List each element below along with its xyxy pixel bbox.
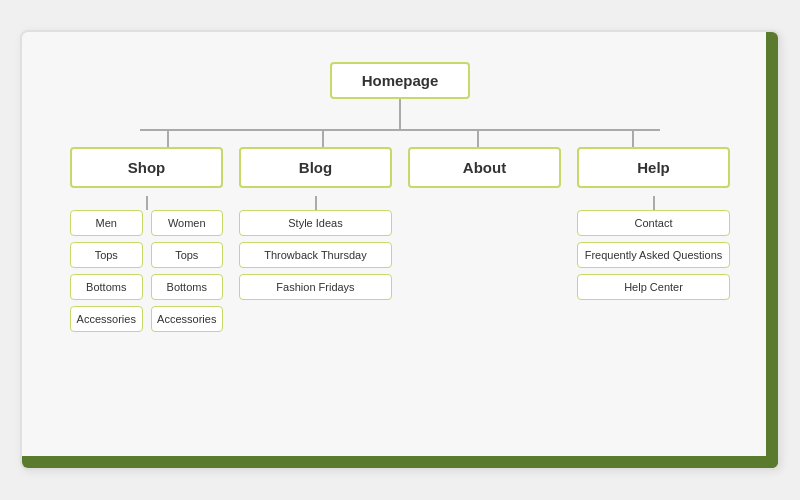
blog-sub-connector [315, 196, 317, 210]
help-branch-connector [632, 131, 634, 147]
women-item[interactable]: Women [151, 210, 224, 236]
contact-item[interactable]: Contact [577, 210, 730, 236]
shop-sub-connector [146, 196, 148, 210]
women-bottoms-item[interactable]: Bottoms [151, 274, 224, 300]
shop-sub: Men Tops Bottoms Accessories Women Tops … [70, 210, 223, 332]
help-sub-connector [653, 196, 655, 210]
homepage-connector [399, 99, 401, 129]
blog-sub-col: Style Ideas Throwback Thursday Fashion F… [239, 196, 392, 332]
help-center-item[interactable]: Help Center [577, 274, 730, 300]
men-bottoms-item[interactable]: Bottoms [70, 274, 143, 300]
about-branch-connector [477, 131, 479, 147]
sections-row: Shop Blog About Help [70, 147, 730, 188]
women-col: Women Tops Bottoms Accessories [151, 210, 224, 332]
homepage-label: Homepage [362, 72, 439, 89]
about-node[interactable]: About [408, 147, 561, 188]
shop-branch-connector [167, 131, 169, 147]
men-col: Men Tops Bottoms Accessories [70, 210, 143, 332]
shop-sub-col: Men Tops Bottoms Accessories Women Tops … [70, 196, 223, 332]
style-ideas-item[interactable]: Style Ideas [239, 210, 392, 236]
help-sub: Contact Frequently Asked Questions Help … [577, 210, 730, 300]
men-accessories-item[interactable]: Accessories [70, 306, 143, 332]
men-item[interactable]: Men [70, 210, 143, 236]
women-accessories-item[interactable]: Accessories [151, 306, 224, 332]
about-label: About [463, 159, 506, 176]
shop-label: Shop [128, 159, 166, 176]
faq-item[interactable]: Frequently Asked Questions [577, 242, 730, 268]
help-label: Help [637, 159, 670, 176]
branches-row [90, 131, 710, 147]
site-map-card: Homepage Shop Blog About [20, 30, 780, 470]
green-right-bar [766, 32, 778, 468]
blog-sub: Style Ideas Throwback Thursday Fashion F… [239, 210, 392, 300]
men-tops-item[interactable]: Tops [70, 242, 143, 268]
site-tree: Homepage Shop Blog About [42, 52, 758, 332]
h-line [140, 129, 660, 131]
help-sub-col: Contact Frequently Asked Questions Help … [577, 196, 730, 332]
throwback-thursday-item[interactable]: Throwback Thursday [239, 242, 392, 268]
h-line-wrapper [90, 129, 710, 131]
green-bottom-bar [22, 456, 778, 468]
about-sub-col [408, 196, 561, 332]
sub-items-area: Men Tops Bottoms Accessories Women Tops … [70, 196, 730, 332]
blog-label: Blog [299, 159, 332, 176]
shop-node[interactable]: Shop [70, 147, 223, 188]
help-node[interactable]: Help [577, 147, 730, 188]
homepage-node[interactable]: Homepage [330, 62, 471, 99]
fashion-fridays-item[interactable]: Fashion Fridays [239, 274, 392, 300]
women-tops-item[interactable]: Tops [151, 242, 224, 268]
blog-node[interactable]: Blog [239, 147, 392, 188]
blog-branch-connector [322, 131, 324, 147]
